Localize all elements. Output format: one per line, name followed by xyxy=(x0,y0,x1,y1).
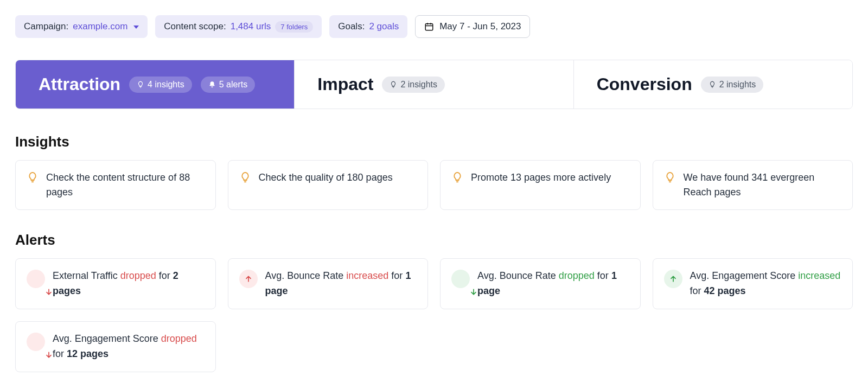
lightbulb-icon xyxy=(390,81,397,88)
lightbulb-icon xyxy=(239,171,251,183)
alert-pages: 42 pages xyxy=(704,285,746,296)
alert-metric: External Traffic xyxy=(53,270,118,281)
alert-verb: dropped xyxy=(559,270,595,281)
tab-attraction[interactable]: Attraction 4 insights 5 alerts xyxy=(16,60,295,109)
badge-text: 2 insights xyxy=(719,80,756,90)
badge-text: 5 alerts xyxy=(219,80,247,90)
badge-text: 4 insights xyxy=(148,80,184,90)
insight-card[interactable]: Check the content structure of 88 pages xyxy=(15,160,216,210)
scope-folders-badge: 7 folders xyxy=(275,21,313,33)
tab-conversion[interactable]: Conversion 2 insights xyxy=(574,60,852,109)
insights-cards: Check the content structure of 88 pagesC… xyxy=(15,160,853,210)
alert-metric: Avg. Bounce Rate xyxy=(265,270,344,281)
alert-text: Avg. Bounce Rate dropped for 1 page xyxy=(477,269,629,299)
alert-verb: increased xyxy=(346,270,388,281)
alert-card[interactable]: External Traffic dropped for 2 pages xyxy=(15,258,216,309)
alert-verb: dropped xyxy=(120,270,156,281)
arrow-up-icon xyxy=(239,270,258,288)
insight-text: Promote 13 pages more actively xyxy=(471,170,611,185)
chevron-down-icon xyxy=(133,26,139,29)
insight-text: We have found 341 evergreen Reach pages xyxy=(684,170,842,200)
alert-pages: 12 pages xyxy=(67,348,108,359)
insight-card[interactable]: Check the quality of 180 pages xyxy=(228,160,429,210)
goals-label: Goals: xyxy=(338,21,365,32)
svg-rect-0 xyxy=(425,24,433,30)
alerts-heading: Alerts xyxy=(15,232,853,248)
alert-for: for xyxy=(597,270,609,281)
campaign-value: example.com xyxy=(73,21,127,32)
alert-text: External Traffic dropped for 2 pages xyxy=(53,269,205,299)
tab-conversion-title: Conversion xyxy=(597,74,692,94)
goals-selector[interactable]: Goals: 2 goals xyxy=(329,15,407,38)
alert-for: for xyxy=(690,285,701,296)
alert-card[interactable]: Avg. Engagement Score dropped for 12 pag… xyxy=(15,321,216,372)
alert-card[interactable]: Avg. Engagement Score increased for 42 p… xyxy=(653,258,853,309)
alert-text: Avg. Bounce Rate increased for 1 page xyxy=(265,269,417,299)
alert-verb: increased xyxy=(798,270,840,281)
goals-value: 2 goals xyxy=(369,21,399,32)
alert-text: Avg. Engagement Score dropped for 12 pag… xyxy=(53,332,205,362)
insight-card[interactable]: Promote 13 pages more actively xyxy=(440,160,641,210)
alert-for: for xyxy=(391,270,403,281)
content-scope-selector[interactable]: Content scope: 1,484 urls 7 folders xyxy=(155,15,322,38)
lightbulb-icon xyxy=(137,81,144,88)
alert-card[interactable]: Avg. Bounce Rate dropped for 1 page xyxy=(440,258,641,309)
campaign-selector[interactable]: Campaign: example.com xyxy=(15,15,148,38)
badge-text: 2 insights xyxy=(400,80,437,90)
filter-bar: Campaign: example.com Content scope: 1,4… xyxy=(15,15,853,38)
alerts-cards: External Traffic dropped for 2 pagesAvg.… xyxy=(15,258,853,372)
alert-metric: Avg. Engagement Score xyxy=(53,333,158,344)
tab-attraction-insights-badge: 4 insights xyxy=(129,77,192,93)
date-value: May 7 - Jun 5, 2023 xyxy=(439,21,521,32)
scope-label: Content scope: xyxy=(164,21,226,32)
main-tabs: Attraction 4 insights 5 alerts Impact 2 … xyxy=(15,60,853,109)
arrow-down-icon xyxy=(27,333,45,351)
insight-card[interactable]: We have found 341 evergreen Reach pages xyxy=(653,160,853,210)
insights-heading: Insights xyxy=(15,133,853,150)
tab-conversion-insights-badge: 2 insights xyxy=(701,77,764,93)
insight-text: Check the content structure of 88 pages xyxy=(46,170,205,200)
calendar-icon xyxy=(424,22,434,31)
bell-icon xyxy=(208,81,216,88)
lightbulb-icon xyxy=(451,171,463,183)
arrow-up-icon xyxy=(664,270,682,288)
tab-impact-insights-badge: 2 insights xyxy=(382,77,445,93)
scope-value: 1,484 urls xyxy=(231,21,271,32)
alert-for: for xyxy=(53,348,64,359)
arrow-down-icon xyxy=(451,270,470,288)
alert-metric: Avg. Engagement Score xyxy=(690,270,796,281)
tab-impact-title: Impact xyxy=(317,74,373,94)
date-range-selector[interactable]: May 7 - Jun 5, 2023 xyxy=(415,15,530,38)
tab-attraction-alerts-badge: 5 alerts xyxy=(201,77,255,93)
lightbulb-icon xyxy=(664,171,676,183)
tab-attraction-title: Attraction xyxy=(39,74,120,94)
campaign-label: Campaign: xyxy=(24,21,68,32)
lightbulb-icon xyxy=(709,81,716,88)
alert-metric: Avg. Bounce Rate xyxy=(477,270,556,281)
lightbulb-icon xyxy=(27,171,39,183)
tab-impact[interactable]: Impact 2 insights xyxy=(295,60,573,109)
alert-card[interactable]: Avg. Bounce Rate increased for 1 page xyxy=(228,258,429,309)
alert-text: Avg. Engagement Score increased for 42 p… xyxy=(690,269,842,299)
arrow-down-icon xyxy=(27,270,45,288)
alert-verb: dropped xyxy=(161,333,197,344)
alert-for: for xyxy=(159,270,170,281)
insight-text: Check the quality of 180 pages xyxy=(259,170,393,185)
